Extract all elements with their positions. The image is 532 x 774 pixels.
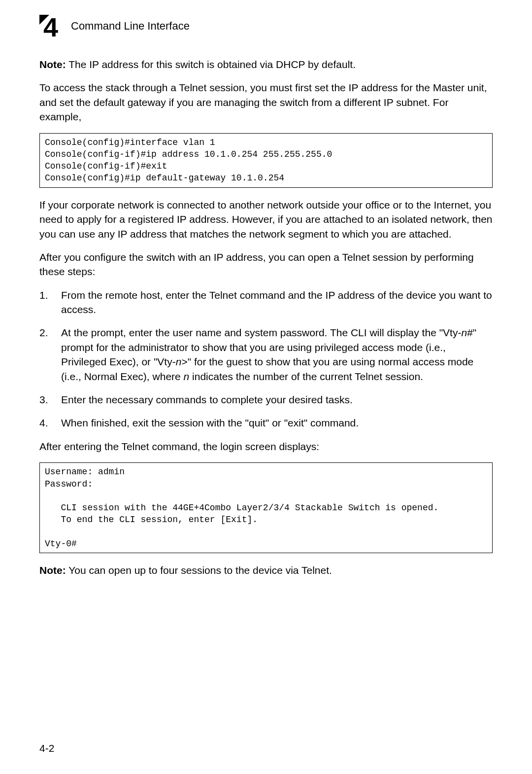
paragraph-4: After entering the Telnet command, the l… (39, 439, 493, 454)
paragraph-3: After you configure the switch with an I… (39, 250, 493, 279)
note-1: Note: The IP address for this switch is … (39, 57, 493, 71)
note-text: The IP address for this switch is obtain… (66, 59, 356, 70)
page-number: 4-2 (39, 742, 54, 754)
step-number: 2. (39, 325, 61, 384)
step-content: From the remote host, enter the Telnet c… (61, 288, 493, 317)
paragraph-2: If your corporate network is connected t… (39, 198, 493, 241)
step-number: 1. (39, 288, 61, 317)
step-content: At the prompt, enter the user name and s… (61, 325, 493, 384)
list-item: 2.At the prompt, enter the user name and… (39, 325, 493, 384)
chapter-icon: 4 (39, 15, 62, 37)
code-block-2: Username: admin Password: CLI session wi… (39, 462, 493, 553)
list-item: 3.Enter the necessary commands to comple… (39, 392, 493, 407)
note-2: Note: You can open up to four sessions t… (39, 563, 493, 577)
chapter-number: 4 (43, 14, 58, 40)
note-label: Note: (39, 59, 66, 70)
step-content: Enter the necessary commands to complete… (61, 392, 493, 407)
note-text: You can open up to four sessions to the … (66, 564, 332, 576)
list-item: 1.From the remote host, enter the Telnet… (39, 288, 493, 317)
page-header: 4 Command Line Interface (39, 15, 493, 37)
paragraph-1: To access the stack through a Telnet ses… (39, 80, 493, 124)
step-content: When finished, exit the session with the… (61, 416, 493, 430)
code-block-1: Console(config)#interface vlan 1 Console… (39, 133, 493, 188)
note-label: Note: (39, 564, 66, 576)
steps-list: 1.From the remote host, enter the Telnet… (39, 288, 493, 430)
header-title: Command Line Interface (71, 20, 190, 33)
step-number: 3. (39, 392, 61, 407)
step-number: 4. (39, 416, 61, 430)
list-item: 4.When finished, exit the session with t… (39, 416, 493, 430)
